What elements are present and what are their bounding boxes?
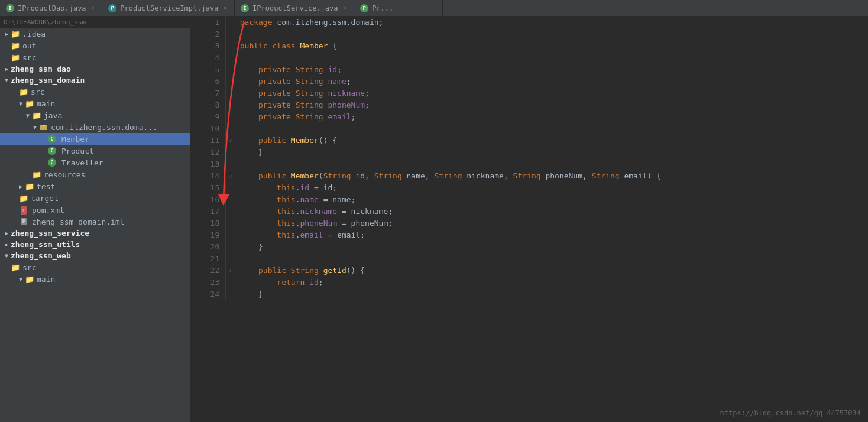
folder-icon-domain-src: 📁 bbox=[19, 87, 28, 96]
tab-close-iproductservice[interactable]: × bbox=[342, 3, 348, 13]
line-code-6: private String name; bbox=[235, 76, 868, 87]
line-code-4 bbox=[235, 52, 868, 64]
tab-iproductservice[interactable]: I IProductService.java × bbox=[235, 0, 354, 16]
code-line-23: 23 return id; bbox=[191, 277, 868, 288]
line-num-8: 8 bbox=[191, 99, 226, 111]
line-code-24: } bbox=[235, 288, 868, 300]
arrow-domain: ▼ bbox=[2, 77, 11, 83]
code-line-21: 21 bbox=[191, 253, 868, 265]
sidebar-item-product[interactable]: C Product bbox=[0, 145, 190, 157]
folder-icon-main: 📁 bbox=[25, 99, 34, 108]
line-num-5: 5 bbox=[191, 64, 226, 76]
sidebar-label-web-main: main bbox=[37, 275, 55, 284]
line-code-17: this.nickname = nickname; bbox=[235, 206, 868, 218]
sidebar-item-resources[interactable]: 📁 resources bbox=[0, 168, 190, 180]
tab-pr[interactable]: P Pr... bbox=[354, 0, 443, 16]
tab-icon-iproductdao: I bbox=[6, 4, 14, 12]
tab-productserviceimpl[interactable]: P ProductServiceImpl.java × bbox=[102, 0, 235, 16]
line-fold-20 bbox=[226, 241, 235, 253]
sidebar-item-dao[interactable]: ▶ zheng_ssm_dao bbox=[0, 63, 190, 74]
sidebar-item-domain-src[interactable]: 📁 src bbox=[0, 86, 190, 98]
folder-icon-web-main: 📁 bbox=[25, 274, 34, 284]
code-line-19: 19 this.email = email; bbox=[191, 229, 868, 241]
sidebar-item-test[interactable]: ▶ 📁 test bbox=[0, 180, 190, 192]
arrow-idea: ▶ bbox=[2, 31, 11, 37]
sidebar-item-utils[interactable]: ▶ zheng_ssm_utils bbox=[0, 239, 190, 250]
class-icon-member: C bbox=[47, 134, 57, 144]
project-path: D:\IDEAWORK\zheng_ssm bbox=[4, 18, 86, 26]
folder-icon-target: 📁 bbox=[19, 193, 28, 203]
sidebar-label-test: test bbox=[37, 182, 55, 191]
sidebar-item-idea[interactable]: ▶ 📁 .idea bbox=[0, 28, 190, 40]
line-code-5: private String id; bbox=[235, 64, 868, 76]
sidebar-item-target[interactable]: 📁 target bbox=[0, 192, 190, 204]
sidebar-item-java[interactable]: ▼ 📁 java bbox=[0, 109, 190, 121]
sidebar-label-pom: pom.xml bbox=[32, 206, 64, 215]
line-fold-5 bbox=[226, 64, 235, 76]
tab-bar: I IProductDao.java × P ProductServiceImp… bbox=[0, 0, 868, 17]
sidebar-item-service[interactable]: ▶ zheng_ssm_service bbox=[0, 228, 190, 239]
sidebar-item-pkg[interactable]: ▼ com.itzheng.ssm.doma... bbox=[0, 121, 190, 133]
line-code-14: public Member(String id, String name, St… bbox=[235, 170, 868, 182]
code-editor[interactable]: 1 package com.itzheng.ssm.domain; 2 3 pu… bbox=[191, 17, 868, 422]
arrow-main: ▼ bbox=[17, 100, 25, 107]
project-root[interactable]: D:\IDEAWORK\zheng_ssm bbox=[0, 17, 190, 28]
code-line-24: 24 } bbox=[191, 288, 868, 300]
line-fold-24 bbox=[226, 288, 235, 300]
folder-icon-resources: 📁 bbox=[32, 170, 41, 179]
tab-icon-pr: P bbox=[360, 4, 368, 12]
line-fold-1 bbox=[226, 17, 235, 28]
tab-close-productserviceimpl[interactable]: × bbox=[222, 3, 228, 13]
code-line-20: 20 } bbox=[191, 241, 868, 253]
tab-label-iproductservice: IProductService.java bbox=[252, 4, 338, 12]
line-code-7: private String nickname; bbox=[235, 87, 868, 99]
line-code-9: private String email; bbox=[235, 111, 868, 123]
code-line-18: 18 this.phoneNum = phoneNum; bbox=[191, 218, 868, 229]
line-code-3: public class Member { bbox=[235, 40, 868, 52]
sidebar-label-iml: zheng_ssm_domain.iml bbox=[32, 218, 125, 226]
line-num-9: 9 bbox=[191, 111, 226, 123]
line-code-10 bbox=[235, 123, 868, 135]
line-fold-22: ◁ bbox=[226, 265, 235, 277]
sidebar-item-iml[interactable]: zheng_ssm_domain.iml bbox=[0, 216, 190, 228]
line-num-11: 11 bbox=[191, 135, 226, 147]
folder-icon-web-src: 📁 bbox=[11, 262, 20, 272]
sidebar-item-traveller[interactable]: C Traveller bbox=[0, 157, 190, 168]
line-num-20: 20 bbox=[191, 241, 226, 253]
code-line-7: 7 private String nickname; bbox=[191, 87, 868, 99]
tab-close-iproductdao[interactable]: × bbox=[90, 3, 96, 13]
tab-iproductdao[interactable]: I IProductDao.java × bbox=[0, 0, 102, 16]
code-line-2: 2 bbox=[191, 28, 868, 40]
sidebar-item-web-src[interactable]: 📁 src bbox=[0, 261, 190, 273]
tab-label-pr: Pr... bbox=[372, 4, 393, 12]
arrow-test: ▶ bbox=[17, 183, 25, 190]
sidebar-item-pom[interactable]: m pom.xml bbox=[0, 204, 190, 216]
arrow-web-main: ▼ bbox=[17, 276, 25, 283]
sidebar-item-domain[interactable]: ▼ zheng_ssm_domain bbox=[0, 74, 190, 86]
sidebar-label-member: Member bbox=[61, 135, 89, 144]
line-fold-18 bbox=[226, 218, 235, 229]
line-num-12: 12 bbox=[191, 147, 226, 158]
line-fold-7 bbox=[226, 87, 235, 99]
sidebar-label-web-src: src bbox=[22, 263, 36, 272]
code-line-1: 1 package com.itzheng.ssm.domain; bbox=[191, 17, 868, 28]
line-code-21 bbox=[235, 253, 868, 265]
sidebar-item-out[interactable]: 📁 out bbox=[0, 40, 190, 51]
folder-icon-out: 📁 bbox=[11, 41, 20, 50]
svg-rect-1 bbox=[40, 126, 47, 130]
code-line-15: 15 this.id = id; bbox=[191, 182, 868, 194]
sidebar-item-src[interactable]: 📁 src bbox=[0, 51, 190, 63]
line-code-22: public String getId() { bbox=[235, 265, 868, 277]
sidebar-item-member[interactable]: C Member bbox=[0, 133, 190, 145]
sidebar-item-main[interactable]: ▼ 📁 main bbox=[0, 98, 190, 109]
line-fold-14: ◁ bbox=[226, 170, 235, 182]
line-fold-16 bbox=[226, 194, 235, 206]
code-line-6: 6 private String name; bbox=[191, 76, 868, 87]
line-fold-6 bbox=[226, 76, 235, 87]
sidebar-item-web-main[interactable]: ▼ 📁 main bbox=[0, 273, 190, 285]
sidebar-label-utils: zheng_ssm_utils bbox=[11, 240, 80, 249]
sidebar-item-web[interactable]: ▼ zheng_ssm_web bbox=[0, 250, 190, 261]
code-line-16: 16 this.name = name; bbox=[191, 194, 868, 206]
line-code-19: this.email = email; bbox=[235, 229, 868, 241]
line-fold-11: ◁ bbox=[226, 135, 235, 147]
